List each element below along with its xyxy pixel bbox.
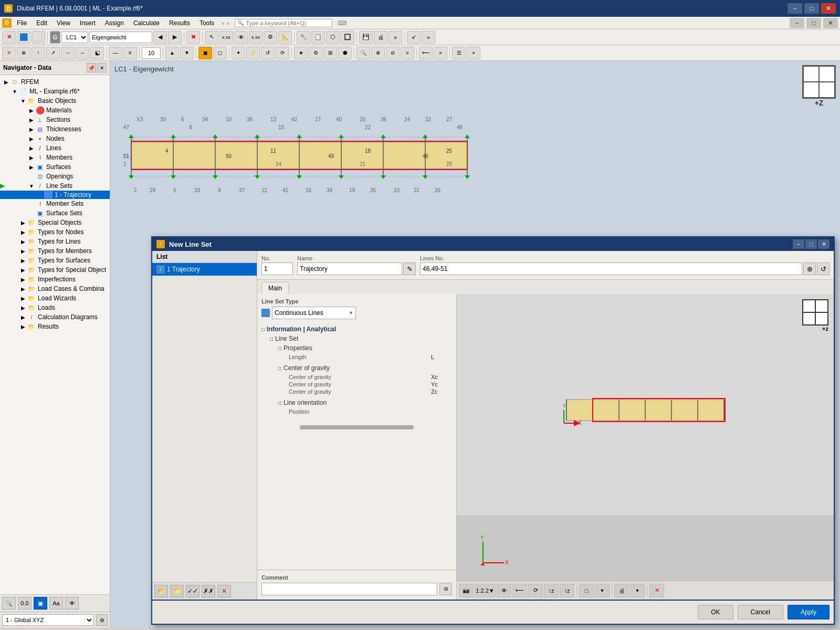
- inner-close-btn[interactable]: ✕: [823, 18, 838, 28]
- tso-expand[interactable]: ▶: [19, 267, 27, 273]
- nav-icon-btn5[interactable]: 👁: [65, 597, 79, 610]
- rfem-expand[interactable]: ▶: [2, 79, 10, 85]
- menu-view[interactable]: View: [52, 18, 75, 28]
- eigengewicht-input[interactable]: [89, 32, 152, 43]
- props-collapse-btn[interactable]: □: [278, 345, 281, 351]
- list-delete-btn[interactable]: ✕: [217, 585, 231, 597]
- nav-icon-btn3[interactable]: ▣: [34, 597, 47, 610]
- menu-edit[interactable]: Edit: [32, 18, 51, 28]
- st-icon13[interactable]: ⚡: [246, 47, 260, 59]
- st-icon2[interactable]: ↑: [32, 47, 45, 59]
- tb-icon10[interactable]: ↙: [407, 31, 421, 44]
- tb-arrow-right[interactable]: ▶: [168, 31, 182, 44]
- st-redx[interactable]: ✕: [2, 47, 16, 59]
- st-icon7[interactable]: —: [109, 47, 122, 59]
- rt-btn7[interactable]: □: [579, 584, 594, 597]
- rt-print-dropdown[interactable]: ▼: [630, 584, 645, 597]
- st-icon24[interactable]: ⟵: [419, 47, 433, 59]
- nav-sections[interactable]: ▶ ⊥ Sections: [0, 115, 110, 124]
- tb-eye[interactable]: 👁: [234, 31, 248, 44]
- info-collapse-btn[interactable]: □: [261, 327, 265, 332]
- dialog-minimize-btn[interactable]: −: [793, 239, 804, 249]
- close-button[interactable]: ✕: [821, 3, 836, 14]
- lines-no-input[interactable]: [420, 262, 802, 275]
- lines-expand[interactable]: ▶: [27, 145, 36, 151]
- tb-arrow-left[interactable]: ◀: [153, 31, 167, 44]
- rt-dropdown-btn[interactable]: ▼: [595, 584, 610, 597]
- menu-tools[interactable]: Tools: [195, 18, 218, 28]
- st-icon8[interactable]: ≡: [123, 47, 137, 59]
- new-line-set-dialog[interactable]: / New Line Set − □ ✕ List / 1 Trajec: [151, 236, 835, 625]
- rt-btn2[interactable]: 👁: [497, 584, 511, 597]
- cd-expand[interactable]: ▶: [19, 314, 27, 320]
- tb-icon4[interactable]: 📋: [311, 31, 325, 44]
- st-icon14[interactable]: ↺: [261, 47, 275, 59]
- lineset-collapse-btn[interactable]: □: [270, 336, 273, 342]
- res-expand[interactable]: ▶: [19, 324, 27, 330]
- apply-button[interactable]: Apply: [788, 605, 830, 620]
- st-icon4[interactable]: →: [61, 47, 75, 59]
- nav-rfem[interactable]: ▶ D RFEM: [0, 77, 110, 87]
- tb-icon11[interactable]: »: [422, 31, 435, 44]
- st-icon19[interactable]: ⬟: [338, 47, 352, 59]
- tb-icon6[interactable]: 🔲: [341, 31, 354, 44]
- tb-cube[interactable]: 🟦: [17, 31, 30, 44]
- st-icon11[interactable]: ◻: [213, 47, 227, 59]
- inner-restore-btn[interactable]: □: [806, 18, 821, 28]
- st-icon25[interactable]: »: [434, 47, 447, 59]
- tb-icon1[interactable]: ⚙: [264, 31, 277, 44]
- st-icon21[interactable]: ⊕: [371, 47, 385, 59]
- st-icon18[interactable]: ⊞: [323, 47, 337, 59]
- tl-expand[interactable]: ▶: [19, 239, 27, 245]
- comment-input[interactable]: [261, 583, 437, 595]
- st-icon16[interactable]: ★: [294, 47, 308, 59]
- list-remove-folder-btn[interactable]: 📁: [170, 585, 184, 597]
- lines-no-pick-btn[interactable]: ⊕: [803, 262, 816, 275]
- bo-expand[interactable]: ▼: [19, 98, 27, 104]
- st-icon22[interactable]: ⊖: [386, 47, 400, 59]
- name-edit-btn[interactable]: ✎: [403, 262, 416, 275]
- imp-expand[interactable]: ▶: [19, 277, 27, 282]
- st-icon12[interactable]: ✦: [232, 47, 245, 59]
- st-icon27[interactable]: »: [467, 47, 480, 59]
- node-expand[interactable]: ▶: [27, 136, 36, 142]
- orient-collapse-btn[interactable]: □: [278, 400, 281, 406]
- name-input[interactable]: [297, 262, 402, 275]
- st-icon6[interactable]: ⬕: [90, 47, 104, 59]
- minimize-button[interactable]: −: [788, 3, 802, 14]
- ok-button[interactable]: OK: [698, 605, 733, 620]
- tab-main[interactable]: Main: [261, 282, 289, 294]
- nav-close-btn[interactable]: ✕: [97, 63, 107, 72]
- lw-expand[interactable]: ▶: [19, 296, 27, 301]
- inner-minimize-btn[interactable]: −: [790, 18, 804, 28]
- st-icon15[interactable]: ⟳: [276, 47, 289, 59]
- tb-cross-red[interactable]: ✖: [186, 31, 200, 44]
- dialog-close-btn[interactable]: ✕: [818, 239, 830, 249]
- nav-materials[interactable]: ▶ 🔴 Materials: [0, 106, 110, 115]
- menu-assign[interactable]: Assign: [101, 18, 128, 28]
- thick-expand[interactable]: ▶: [27, 127, 36, 132]
- tb-g-btn[interactable]: G: [50, 31, 60, 44]
- list-add-folder-btn[interactable]: 📂: [154, 585, 168, 597]
- st-icon26[interactable]: ☰: [452, 47, 466, 59]
- rt-btn6[interactable]: ↑z: [560, 584, 574, 597]
- menu-more[interactable]: » »: [222, 20, 229, 26]
- ls-expand[interactable]: ▼: [27, 183, 36, 189]
- st-icon1[interactable]: ⊕: [17, 47, 30, 59]
- st-icon23[interactable]: »: [401, 47, 414, 59]
- tm-expand[interactable]: ▶: [19, 248, 27, 254]
- tb-icon3[interactable]: 🔧: [297, 31, 310, 44]
- st-icon20[interactable]: 🔍: [356, 47, 370, 59]
- nav-pin-btn[interactable]: 📌: [87, 63, 96, 72]
- tb-cube2[interactable]: ⬜: [32, 31, 45, 44]
- tb-xxx1[interactable]: x.xx: [219, 31, 233, 44]
- tb-cursor[interactable]: ↖: [205, 31, 218, 44]
- so-expand[interactable]: ▶: [19, 220, 27, 226]
- tb-icon9[interactable]: »: [388, 31, 402, 44]
- st-icon5[interactable]: ↔: [76, 47, 89, 59]
- rt-btn4[interactable]: ⟳: [528, 584, 543, 597]
- nav-basic-objects[interactable]: ▼ 📁 Basic Objects: [0, 96, 110, 106]
- rt-close-btn[interactable]: ✕: [649, 584, 664, 597]
- menu-calculate[interactable]: Calculate: [129, 18, 164, 28]
- st-orange1[interactable]: ◼: [198, 47, 212, 59]
